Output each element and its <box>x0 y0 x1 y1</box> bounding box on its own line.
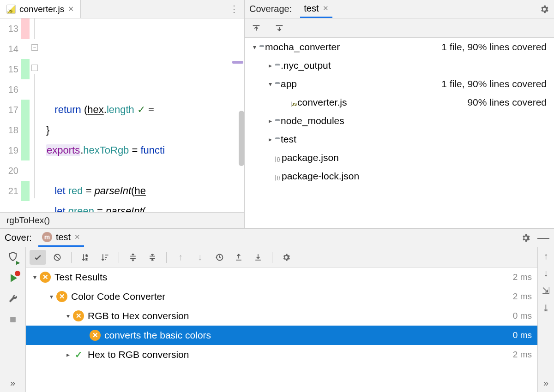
more-icon[interactable]: » <box>543 378 548 388</box>
line-number[interactable]: 21 <box>0 181 18 201</box>
code-line[interactable]: let red = parseInt(he <box>41 181 244 201</box>
coverage-marker <box>21 181 30 201</box>
test-row[interactable]: ✕converts the basic colors0 ms <box>26 326 537 345</box>
collapse-all-icon[interactable] <box>144 250 161 265</box>
coverage-row[interactable]: ▸.nyc_output <box>245 56 554 75</box>
rerun-failed-icon[interactable] <box>7 273 18 286</box>
sort-alpha-icon[interactable]: az <box>77 250 94 265</box>
coverage-row[interactable]: package-lock.json <box>245 167 554 185</box>
scroll-to-end-icon[interactable]: ⤓ <box>542 303 550 314</box>
expand-arrow-icon[interactable]: ▸ <box>265 62 275 69</box>
import-icon[interactable] <box>230 250 247 265</box>
line-number[interactable]: 19 <box>0 140 18 160</box>
expand-arrow-icon[interactable]: ▾ <box>30 273 40 281</box>
expand-arrow-icon[interactable]: ▾ <box>249 43 259 51</box>
coverage-tab[interactable]: test ✕ <box>300 0 332 18</box>
gear-icon[interactable] <box>278 250 295 265</box>
scroll-up-icon[interactable]: ↑ <box>544 251 548 261</box>
fold-handle[interactable]: – <box>31 44 38 51</box>
coverage-row[interactable]: ▸test <box>245 130 554 148</box>
coverage-row-name: node_modules <box>278 115 344 126</box>
fold-handle[interactable]: – <box>31 65 38 71</box>
code-line[interactable]: return (hex.length ✓ = <box>41 100 244 120</box>
expand-arrow-icon[interactable]: ▸ <box>63 351 73 358</box>
svg-text:a: a <box>86 254 88 257</box>
coverage-row[interactable]: ▾app1 file, 90% lines covered <box>245 75 554 93</box>
test-row-label: Hex to RGB conversion <box>88 349 189 360</box>
editor-pane: converter.js ✕ ⋮ 131415161718192021 – – <box>0 0 245 228</box>
expand-all-icon[interactable] <box>125 250 141 265</box>
line-number[interactable]: 18 <box>0 120 18 140</box>
coverage-tab-label: test <box>304 3 319 14</box>
warn-status-icon: ✕ <box>73 310 84 321</box>
mocha-icon: m <box>42 232 52 242</box>
gear-icon[interactable] <box>539 4 549 14</box>
next-icon[interactable]: ↓ <box>192 250 208 265</box>
code-line[interactable]: exports.hexToRgb = functi <box>41 140 244 160</box>
test-row[interactable]: ▾✕Color Code Converter2 ms <box>26 287 537 306</box>
show-ignored-icon[interactable] <box>49 250 66 265</box>
more-icon[interactable]: » <box>10 378 15 388</box>
close-icon[interactable]: ✕ <box>323 4 329 12</box>
scroll-down-icon[interactable]: ↓ <box>544 268 548 279</box>
export-icon[interactable] <box>250 250 266 265</box>
coverage-tree[interactable]: ▾mocha_converter1 file, 90% lines covere… <box>245 38 554 228</box>
cover-tab[interactable]: m test ✕ <box>38 229 84 247</box>
sort-duration-icon[interactable] <box>96 250 113 265</box>
cover-tab-label: test <box>56 232 71 243</box>
test-row-label: Color Code Converter <box>71 291 165 302</box>
coverage-row-name: package.json <box>279 152 339 163</box>
line-number[interactable]: 15 <box>0 59 18 79</box>
test-row[interactable]: ▾✕Test Results2 ms <box>26 267 537 287</box>
code-line[interactable]: let green = parseInt( <box>41 201 244 212</box>
show-passed-icon[interactable] <box>30 250 46 265</box>
expand-arrow-icon[interactable]: ▾ <box>46 293 56 300</box>
coverage-marker <box>21 59 30 79</box>
test-row[interactable]: ▾✕RGB to Hex conversion0 ms <box>26 306 537 326</box>
wrench-icon[interactable] <box>8 294 18 307</box>
coverage-header: Coverage: test ✕ <box>245 0 554 18</box>
line-number[interactable]: 14 <box>0 39 18 59</box>
coverage-row[interactable]: ▾mocha_converter1 file, 90% lines covere… <box>245 38 554 56</box>
test-row-time: 2 ms <box>513 272 532 282</box>
test-row-label: Test Results <box>54 272 107 283</box>
scroll-marker <box>232 61 243 64</box>
scrollbar-thumb[interactable] <box>239 111 244 166</box>
test-results-tree[interactable]: ▾✕Test Results2 ms▾✕Color Code Converter… <box>26 267 537 392</box>
stop-icon[interactable] <box>8 315 18 327</box>
flatten-down-icon[interactable] <box>274 23 284 33</box>
coverage-row[interactable]: ▸node_modules <box>245 112 554 130</box>
line-number[interactable]: 16 <box>0 79 18 100</box>
coverage-row[interactable]: converter.js90% lines covered <box>245 93 554 112</box>
soft-wrap-icon[interactable]: ⇲ <box>542 285 550 296</box>
close-icon[interactable]: ✕ <box>68 5 74 13</box>
editor-tab-menu[interactable]: ⋮ <box>224 4 244 14</box>
code-editor[interactable]: 131415161718192021 – – return (hex.lengt… <box>0 18 244 212</box>
flatten-up-icon[interactable] <box>251 23 261 33</box>
gear-icon[interactable] <box>521 233 531 243</box>
test-row[interactable]: ▸✓Hex to RGB conversion2 ms <box>26 345 537 364</box>
minimize-icon[interactable]: — <box>537 231 549 245</box>
rerun-with-coverage-icon[interactable]: ▶ <box>7 251 18 264</box>
coverage-marker <box>21 140 30 160</box>
history-icon[interactable] <box>211 250 228 265</box>
line-number[interactable]: 13 <box>0 18 18 39</box>
expand-arrow-icon[interactable]: ▸ <box>265 117 275 125</box>
coverage-marker <box>21 18 30 39</box>
expand-arrow-icon[interactable]: ▾ <box>265 80 275 88</box>
prev-icon[interactable]: ↑ <box>172 250 189 265</box>
coverage-row-name: mocha_converter <box>262 42 340 53</box>
close-icon[interactable]: ✕ <box>74 233 80 241</box>
coverage-row-name: converter.js <box>295 97 347 108</box>
cover-title: Cover: <box>5 232 32 243</box>
line-number[interactable]: 20 <box>0 160 18 181</box>
code-line[interactable]: } <box>41 120 244 140</box>
line-number[interactable]: 17 <box>0 100 18 120</box>
coverage-row[interactable]: package.json <box>245 148 554 167</box>
test-row-time: 0 ms <box>513 330 532 340</box>
code-line[interactable] <box>41 160 244 181</box>
editor-tab-converter[interactable]: converter.js ✕ <box>0 0 81 18</box>
breadcrumb[interactable]: rgbToHex() <box>0 212 244 228</box>
expand-arrow-icon[interactable]: ▸ <box>265 136 275 143</box>
expand-arrow-icon[interactable]: ▾ <box>63 312 73 320</box>
